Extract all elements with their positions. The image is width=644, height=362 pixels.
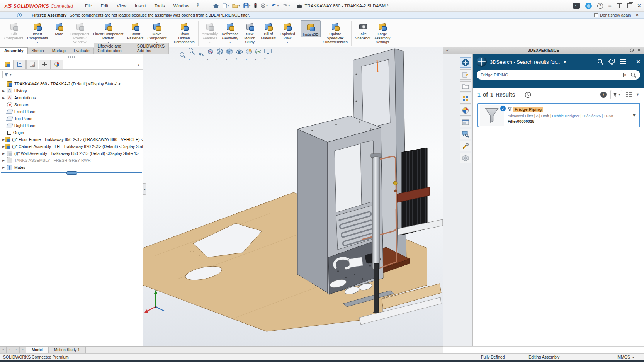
- apply-scene-icon[interactable]: ▾: [255, 48, 262, 62]
- tab-property-manager[interactable]: [14, 60, 26, 69]
- tree-item-sensors[interactable]: Sensors: [0, 101, 143, 108]
- tree-item-cabinet-assembly[interactable]: ▶(f)* Cabinet Assembly - LH - Trakkaway …: [0, 143, 143, 150]
- instant3d-button[interactable]: Instant3D: [301, 20, 321, 37]
- menu-view[interactable]: View: [113, 2, 130, 9]
- tree-item-right-plane[interactable]: Right Plane: [0, 122, 143, 129]
- custom-properties-tools-icon[interactable]: [460, 141, 471, 151]
- zoom-area-icon[interactable]: ▾: [189, 48, 195, 62]
- 3dexperience-compass-icon[interactable]: [460, 57, 471, 68]
- expand-result-chevron[interactable]: ▼: [632, 113, 636, 117]
- smart-fasteners-button[interactable]: Smart Fasteners: [125, 20, 145, 41]
- update-speedpak-button[interactable]: Update SpeedPak Subassemblies: [321, 20, 349, 45]
- clear-search-icon[interactable]: ×: [623, 73, 627, 77]
- user-avatar[interactable]: [585, 3, 592, 9]
- menu-file[interactable]: File: [82, 2, 96, 9]
- units-dropdown-arrow[interactable]: ▴: [632, 355, 634, 359]
- linear-component-pattern-button[interactable]: Linear Component Pattern▾: [91, 20, 125, 44]
- search-icon[interactable]: [597, 59, 603, 65]
- home-button[interactable]: [212, 2, 220, 9]
- tree-item-history[interactable]: ▶History: [0, 87, 143, 94]
- forum-search-icon[interactable]: [460, 129, 471, 139]
- tab-configuration-manager[interactable]: [26, 60, 38, 69]
- component-preview-window-button[interactable]: Component Preview Window: [68, 20, 91, 45]
- display-style-icon[interactable]: ▾: [226, 48, 233, 62]
- save-button[interactable]: ▾: [242, 2, 252, 9]
- more-options-chevron[interactable]: ▼: [636, 93, 639, 97]
- tab-assembly[interactable]: Assembly: [0, 47, 28, 54]
- search-field[interactable]: ×: [477, 70, 640, 80]
- compass-icon[interactable]: [477, 57, 487, 67]
- tree-filter-field[interactable]: ▾: [2, 71, 140, 78]
- tree-root[interactable]: TRAKKAWAY 860 - TRAKKA-2 (Default) <Disp…: [0, 80, 143, 87]
- edit-component-button[interactable]: Edit Component: [2, 20, 25, 41]
- zoom-fit-icon[interactable]: [179, 52, 186, 58]
- menu-tools[interactable]: Tools: [151, 2, 168, 9]
- submit-search-icon[interactable]: [630, 72, 636, 78]
- tab-display-manager[interactable]: [51, 60, 63, 69]
- tree-item-origin[interactable]: Origin: [0, 129, 143, 136]
- app-chooser-chevron[interactable]: ▼: [563, 60, 567, 64]
- print-icon[interactable]: [253, 2, 258, 9]
- tag-icon[interactable]: [608, 59, 615, 65]
- open-button[interactable]: ▾: [231, 2, 241, 9]
- edit-appearance-icon[interactable]: ▾: [246, 48, 252, 62]
- tree-item-mates[interactable]: ▶Mates: [0, 164, 143, 171]
- new-document-button[interactable]: ▾: [221, 2, 230, 9]
- graphics-viewport[interactable]: ▾ ▾ ▾ ▾ ▾ ▾ ▾ ▾ ◂: [143, 47, 443, 346]
- panel-splitter[interactable]: [0, 54, 143, 59]
- minimize-button[interactable]: –: [608, 4, 612, 8]
- view-palette-icon[interactable]: [460, 117, 471, 127]
- tab-lifecycle-collaboration[interactable]: Lifecycle and Collaboration: [94, 43, 133, 54]
- collapse-pane-arrow[interactable]: «: [446, 48, 449, 53]
- tab-sketch[interactable]: Sketch: [28, 48, 48, 54]
- toolbox-puzzle-icon[interactable]: [460, 93, 471, 104]
- view-orientation-icon[interactable]: ▾: [216, 48, 223, 62]
- new-motion-study-button[interactable]: New Motion Study: [241, 20, 259, 45]
- assembly-features-button[interactable]: Assembly Features▾: [200, 20, 220, 44]
- tab-solidworks-addins[interactable]: SOLIDWORKS Add-Ins: [133, 43, 169, 54]
- collapse-viewport-handle[interactable]: ◂: [143, 183, 146, 195]
- refresh-icon[interactable]: [630, 48, 634, 53]
- dont-show-again-checkbox[interactable]: Don't show again: [594, 13, 631, 17]
- reference-geometry-button[interactable]: Reference Geometry▾: [220, 20, 241, 44]
- pin-icon[interactable]: [637, 48, 641, 53]
- redo-button[interactable]: ▾: [281, 2, 291, 9]
- cad-model-3d-view[interactable]: [143, 47, 443, 346]
- search-result-item[interactable]: ✓ Fridge Piping Advanced Filter | A | Dr…: [477, 103, 640, 127]
- motion-study-tab[interactable]: Motion Study 1: [49, 347, 86, 353]
- first-tab-button[interactable]: «: [0, 347, 7, 353]
- menu-hamburger-icon[interactable]: [620, 59, 626, 64]
- insert-components-button[interactable]: Insert Components▾: [25, 20, 50, 44]
- rollback-bar[interactable]: [1, 172, 142, 173]
- section-view-icon[interactable]: ▾: [207, 49, 214, 62]
- exploded-view-button[interactable]: Exploded View▾: [278, 20, 297, 44]
- prev-tab-button[interactable]: ‹: [7, 347, 13, 353]
- hide-show-items-icon[interactable]: ▾: [236, 49, 243, 61]
- info-icon[interactable]: i: [600, 92, 607, 98]
- console-icon[interactable]: ›_: [573, 3, 580, 9]
- move-component-button[interactable]: Move Component▾: [146, 20, 168, 44]
- layout-grid-icon[interactable]: [617, 3, 622, 8]
- pin-icon[interactable]: ✎: [193, 2, 201, 10]
- tab-dimxpert-manager[interactable]: [39, 60, 51, 69]
- next-tab-button[interactable]: ›: [13, 347, 20, 353]
- sw-resources-icon[interactable]: [460, 69, 471, 80]
- tab-featuremanager-tree[interactable]: [2, 60, 14, 69]
- tree-item-wall-assembly[interactable]: ▶(f)* Wall Assembly - Trakkaway 850-2<1>…: [0, 150, 143, 157]
- show-hidden-components-button[interactable]: Show Hidden Components: [172, 20, 197, 45]
- owner-link[interactable]: Debbie Designer: [552, 114, 579, 118]
- dismiss-notification-button[interactable]: ×: [636, 12, 639, 18]
- previous-view-icon[interactable]: [198, 52, 204, 58]
- model-tab[interactable]: Model: [26, 347, 49, 353]
- menu-window[interactable]: Window: [170, 2, 193, 9]
- view-settings-icon[interactable]: ▾: [264, 49, 272, 61]
- grid-view-icon[interactable]: [626, 92, 632, 97]
- expand-panel-arrow[interactable]: ›: [138, 62, 139, 67]
- mate-button[interactable]: Mate: [50, 20, 68, 37]
- result-title[interactable]: Fridge Piping: [513, 107, 543, 112]
- menu-insert[interactable]: Insert: [131, 2, 150, 9]
- large-assembly-settings-button[interactable]: Large Assembly Settings: [372, 20, 392, 45]
- appearances-wheel-icon[interactable]: [460, 105, 471, 116]
- tab-evaluate[interactable]: Evaluate: [70, 48, 94, 54]
- undo-button[interactable]: ▾: [270, 2, 280, 9]
